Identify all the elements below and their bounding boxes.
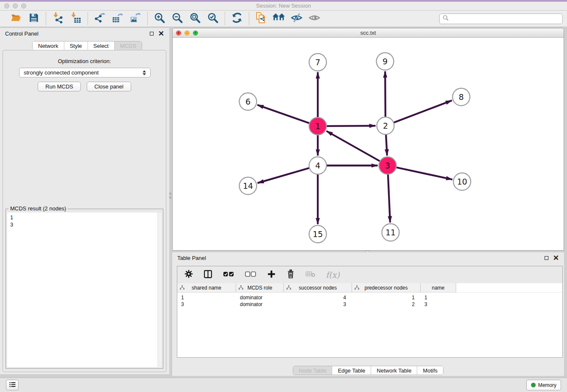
home-layout-button[interactable] [272, 11, 286, 26]
run-mcds-button[interactable]: Run MCDS [38, 82, 81, 91]
node-9[interactable]: 9 [377, 53, 394, 70]
cell-successor-nodes[interactable]: 3 [284, 301, 352, 307]
deselect-all-rows-icon[interactable] [245, 271, 256, 279]
tab-mcds[interactable]: MCDS [115, 41, 142, 50]
close-table-panel-icon[interactable]: ✕ [553, 256, 559, 260]
criterion-select[interactable]: strongly connected component [19, 68, 151, 77]
cell-successor-nodes[interactable]: 4 [284, 295, 352, 301]
edge-2-8[interactable] [385, 100, 452, 126]
close-window-button[interactable] [4, 3, 9, 8]
node-2[interactable]: 2 [377, 117, 394, 135]
svg-text:8: 8 [459, 92, 464, 102]
column-header-successor-nodes[interactable]: successor nodes [284, 283, 352, 293]
cell-MCDS-role[interactable]: dominator [236, 301, 284, 307]
edge-4-14[interactable] [258, 166, 318, 183]
network-canvas[interactable]: 1234678910111415 [173, 38, 563, 250]
tab-edge-table[interactable]: Edge Table [332, 366, 371, 375]
zoom-selected-icon [207, 12, 219, 25]
edge-3-10[interactable] [388, 166, 452, 179]
cell-name[interactable]: 1 [421, 295, 456, 301]
close-panel-button[interactable]: Close panel [87, 82, 131, 91]
column-type-icon [239, 285, 243, 291]
status-bar: Memory [0, 378, 567, 392]
zoom-out-button[interactable] [170, 11, 184, 26]
cell-shared-name[interactable]: 1 [177, 295, 236, 301]
import-network-button[interactable] [51, 11, 65, 26]
tab-select[interactable]: Select [88, 41, 115, 50]
save-icon [28, 12, 39, 25]
hide-selected-button[interactable] [289, 11, 304, 26]
table-settings-icon[interactable] [184, 270, 193, 280]
column-header-name[interactable]: name [421, 283, 456, 293]
node-1[interactable]: 1 [309, 118, 327, 135]
node-3[interactable]: 3 [379, 157, 396, 174]
node-14[interactable]: 14 [239, 177, 257, 195]
control-panel-tabs: NetworkStyleSelectMCDS [32, 41, 142, 50]
task-history-button[interactable] [6, 380, 19, 390]
select-all-rows-icon[interactable] [223, 271, 234, 279]
node-8[interactable]: 8 [453, 88, 470, 106]
result-scrollbar[interactable] [157, 213, 162, 367]
tab-style[interactable]: Style [64, 41, 88, 50]
app-window-controls[interactable] [4, 3, 26, 8]
float-panel-icon[interactable] [150, 32, 154, 36]
cell-predecessor-nodes[interactable]: 1 [352, 295, 421, 301]
tab-network-table[interactable]: Network Table [371, 366, 417, 375]
svg-text:4: 4 [315, 161, 320, 170]
panel-splitter-handle[interactable] [169, 193, 171, 201]
criterion-value: strongly connected component [24, 69, 99, 76]
cell-shared-name[interactable]: 3 [177, 301, 236, 307]
table-row[interactable]: 3dominator323 [177, 301, 562, 308]
cell-name[interactable]: 3 [421, 301, 456, 307]
import-table-button[interactable] [69, 11, 83, 26]
show-all-button[interactable] [307, 11, 322, 26]
float-table-panel-icon[interactable] [545, 256, 548, 260]
tab-node-table[interactable]: Node Table [293, 366, 333, 375]
tab-motifs[interactable]: Motifs [417, 366, 443, 375]
edge-1-6[interactable] [257, 105, 318, 126]
zoom-fit-button[interactable] [188, 11, 202, 26]
zoom-selected-button[interactable] [206, 11, 220, 26]
table-row[interactable]: 1dominator411 [177, 294, 562, 301]
cell-predecessor-nodes[interactable]: 2 [352, 301, 421, 307]
node-6[interactable]: 6 [239, 93, 257, 110]
column-header-predecessor-nodes[interactable]: predecessor nodes [352, 283, 421, 293]
node-10[interactable]: 10 [454, 173, 471, 190]
search-input[interactable] [451, 16, 559, 22]
cell-MCDS-role[interactable]: dominator [236, 295, 284, 301]
node-11[interactable]: 11 [382, 224, 399, 241]
delete-table-icon [306, 271, 315, 279]
node-4[interactable]: 4 [309, 157, 327, 174]
save-session-button[interactable] [27, 11, 41, 26]
svg-text:10: 10 [457, 177, 467, 186]
network-window-title: scc.txt [361, 30, 376, 36]
mcds-result-area[interactable]: 1 3 [7, 213, 162, 367]
network-window-titlebar[interactable]: × − + scc.txt [173, 28, 564, 38]
zoom-window-button[interactable] [21, 3, 26, 8]
network-close-button[interactable]: × [176, 30, 181, 36]
close-panel-icon[interactable]: ✕ [158, 32, 164, 36]
column-header-shared-name[interactable]: shared name [177, 283, 236, 293]
node-15[interactable]: 15 [309, 226, 327, 243]
clone-network-button[interactable] [254, 11, 268, 26]
export-image-button[interactable] [128, 11, 143, 26]
delete-column-icon[interactable] [286, 269, 295, 280]
memory-button[interactable]: Memory [526, 380, 561, 390]
network-minimize-button[interactable]: − [184, 30, 190, 36]
node-7[interactable]: 7 [309, 54, 327, 71]
open-session-button[interactable] [9, 11, 23, 26]
tab-network[interactable]: Network [33, 41, 64, 50]
svg-text:6: 6 [245, 97, 250, 106]
zoom-in-button[interactable] [152, 11, 167, 26]
split-table-view-icon[interactable] [204, 270, 212, 280]
network-maximize-button[interactable]: + [193, 30, 198, 36]
edge-3-1[interactable] [327, 131, 388, 166]
export-table-button[interactable] [110, 11, 125, 26]
export-network-button[interactable] [93, 11, 107, 26]
minimize-window-button[interactable] [13, 3, 18, 8]
refresh-view-button[interactable] [230, 11, 244, 26]
add-column-icon[interactable] [267, 270, 276, 280]
select-chevrons-icon [143, 70, 146, 75]
column-header-MCDS-role[interactable]: MCDS role [236, 283, 284, 293]
search-box[interactable] [439, 14, 563, 24]
